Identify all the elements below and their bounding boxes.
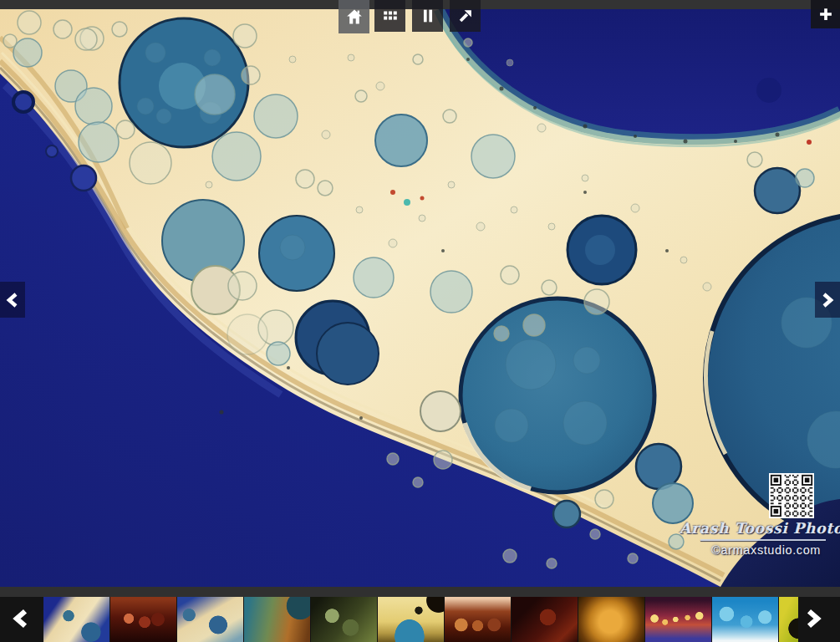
thumbnail-bright-blue-bubbles[interactable] [712, 597, 778, 642]
zoom-in-button[interactable] [811, 0, 840, 28]
thumbnail-dark-red-abstract[interactable] [512, 597, 578, 642]
grid-icon [381, 7, 400, 25]
thumbnails-grid-button[interactable] [374, 0, 405, 32]
thumbnail-oil-bubbles-blue-band-2[interactable] [177, 597, 243, 642]
filmstrip-scroll-left-button[interactable] [5, 601, 37, 636]
chevron-left-icon [6, 293, 19, 308]
gallery-viewer: Arash Toossi Photography ©armaxstudio.co… [0, 0, 840, 642]
thumbnail-red-liquid-drops[interactable] [110, 597, 176, 642]
thumbnail-yellow-green-swirl[interactable] [779, 597, 798, 642]
home-icon [344, 7, 364, 27]
main-photo [0, 9, 840, 587]
chevron-left-icon [13, 609, 29, 629]
thumbnail-olive-dark-bubbles[interactable] [311, 597, 377, 642]
pause-button[interactable] [412, 0, 443, 32]
thumbnail-oil-bubbles-blue-band[interactable] [43, 597, 109, 642]
pause-icon [419, 7, 437, 25]
plus-icon [817, 5, 835, 23]
fullscreen-button[interactable] [450, 0, 481, 32]
home-button[interactable] [339, 0, 369, 33]
chevron-right-icon [821, 293, 834, 308]
chevron-right-icon [805, 609, 822, 629]
thumbnail-glowing-droplets-purple[interactable] [645, 597, 711, 642]
previous-photo-button[interactable] [0, 282, 25, 318]
thumbnail-yellow-cup-blue-bubbles[interactable] [378, 597, 444, 642]
filmstrip-scroll-right-button[interactable] [797, 601, 829, 636]
next-photo-button[interactable] [815, 282, 840, 318]
thumbnail-teal-rust-abstract[interactable] [244, 597, 310, 642]
thumbnail-strip [43, 597, 798, 642]
thumbnail-amber-bubbles-row[interactable] [445, 597, 511, 642]
thumbnail-amber-bowl[interactable] [578, 597, 644, 642]
expand-arrow-icon [456, 7, 475, 25]
filmstrip-bar [0, 587, 840, 642]
